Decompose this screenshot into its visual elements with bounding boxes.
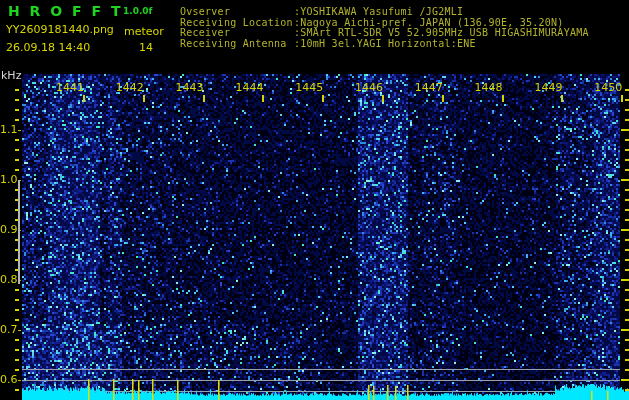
time-axis-tick <box>322 95 324 102</box>
time-axis-label: 1449 <box>534 81 562 94</box>
right-axis-minor-tick <box>625 249 629 251</box>
right-axis-major-tick <box>621 229 629 231</box>
app-title: H R O F F T <box>8 3 123 19</box>
freq-axis-minor-tick <box>15 349 19 351</box>
hrofft-window: H R O F F T 1.0.0f YY2609181440.png mete… <box>0 0 629 400</box>
freq-axis-minor-tick <box>15 299 19 301</box>
freq-axis-minor-tick <box>15 119 19 121</box>
right-axis-minor-tick <box>625 99 629 101</box>
calibration-line <box>18 180 20 284</box>
right-axis-minor-tick <box>625 119 629 121</box>
info-row-observer: Ovserver:YOSHIKAWA Yasufumi /JG2MLI <box>180 7 589 18</box>
time-axis-label: 1447 <box>415 81 443 94</box>
right-axis-major-tick <box>621 279 629 281</box>
right-axis-minor-tick <box>625 109 629 111</box>
right-axis-minor-tick <box>625 339 629 341</box>
time-axis-tick <box>502 95 504 102</box>
time-axis-tick <box>83 95 85 102</box>
info-value: :10mH 3el.YAGI Horizontal:ENE <box>294 39 476 50</box>
time-axis-label: 1445 <box>295 81 323 94</box>
freq-axis-label: 1.1- <box>0 124 21 136</box>
right-axis-minor-tick <box>625 199 629 201</box>
time-axis-tick <box>262 95 264 102</box>
right-axis-minor-tick <box>625 349 629 351</box>
right-axis-minor-tick <box>625 189 629 191</box>
right-axis-minor-tick <box>625 209 629 211</box>
time-axis-label: 1448 <box>475 81 503 94</box>
freq-axis-minor-tick <box>15 369 19 371</box>
freq-axis-label: 0.7- <box>0 324 21 336</box>
freq-axis-minor-tick <box>15 109 19 111</box>
time-axis-tick <box>561 95 563 102</box>
time-axis-tick <box>621 95 623 102</box>
freq-axis-minor-tick <box>15 389 19 391</box>
right-axis-minor-tick <box>625 389 629 391</box>
right-axis-minor-tick <box>625 219 629 221</box>
time-axis-tick <box>143 95 145 102</box>
right-axis-minor-tick <box>625 309 629 311</box>
right-axis-major-tick <box>621 179 629 181</box>
right-axis-minor-tick <box>625 139 629 141</box>
right-axis-minor-tick <box>625 369 629 371</box>
freq-axis-minor-tick <box>15 99 19 101</box>
right-axis-minor-tick <box>625 89 629 91</box>
spectrogram-canvas <box>0 0 629 400</box>
right-axis-major-tick <box>621 329 629 331</box>
right-axis-minor-tick <box>625 149 629 151</box>
timestamp-label: 26.09.18 14:40 <box>6 41 90 54</box>
info-value: :SMArt RTL-SDR V5 52.905MHz USB HIGASHIM… <box>294 28 589 39</box>
freq-axis-minor-tick <box>15 149 19 151</box>
time-axis-label: 1443 <box>176 81 204 94</box>
mode-label: meteor <box>124 25 164 38</box>
time-axis-tick <box>203 95 205 102</box>
right-axis-major-tick <box>621 379 629 381</box>
freq-axis-minor-tick <box>15 319 19 321</box>
info-label: Ovserver <box>180 7 294 18</box>
time-axis-label: 1442 <box>116 81 144 94</box>
right-axis-major-tick <box>621 129 629 131</box>
time-axis-label: 1441 <box>56 81 84 94</box>
time-axis-label: 1444 <box>235 81 263 94</box>
right-axis-minor-tick <box>625 159 629 161</box>
freq-axis-minor-tick <box>15 169 19 171</box>
freq-axis-unit-label: kHz <box>1 69 21 82</box>
right-axis-minor-tick <box>625 169 629 171</box>
right-axis-minor-tick <box>625 269 629 271</box>
right-axis-minor-tick <box>625 289 629 291</box>
info-row-receiver: Receiver:SMArt RTL-SDR V5 52.905MHz USB … <box>180 28 589 39</box>
freq-axis-minor-tick <box>15 309 19 311</box>
station-info: Ovserver:YOSHIKAWA Yasufumi /JG2MLI Rece… <box>180 7 589 49</box>
right-axis-minor-tick <box>625 359 629 361</box>
freq-axis-minor-tick <box>15 139 19 141</box>
right-axis-minor-tick <box>625 319 629 321</box>
freq-axis-minor-tick <box>15 89 19 91</box>
info-label: Receiving Antenna <box>180 39 294 50</box>
right-axis-minor-tick <box>625 259 629 261</box>
right-axis-minor-tick <box>625 299 629 301</box>
time-axis-label: 1450 <box>594 81 622 94</box>
freq-axis-label: 0.6- <box>0 374 21 386</box>
output-filename: YY2609181440.png <box>6 23 114 36</box>
time-axis-label: 1446 <box>355 81 383 94</box>
freq-axis-minor-tick <box>15 339 19 341</box>
freq-axis-minor-tick <box>15 359 19 361</box>
info-value: :YOSHIKAWA Yasufumi /JG2MLI <box>294 7 463 18</box>
info-row-antenna: Receiving Antenna:10mH 3el.YAGI Horizont… <box>180 39 589 50</box>
right-axis-minor-tick <box>625 239 629 241</box>
app-version: 1.0.0f <box>123 6 153 16</box>
time-axis-tick <box>442 95 444 102</box>
freq-axis-minor-tick <box>15 159 19 161</box>
info-label: Receiver <box>180 28 294 39</box>
time-axis-tick <box>382 95 384 102</box>
freq-axis-minor-tick <box>15 289 19 291</box>
echo-count: 14 <box>139 41 153 54</box>
